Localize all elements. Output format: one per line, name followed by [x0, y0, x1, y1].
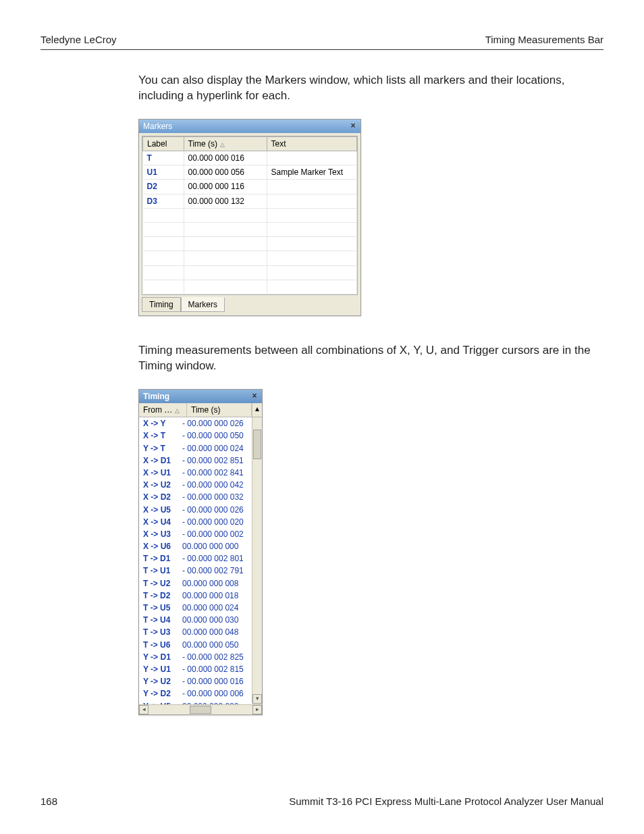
table-row[interactable]: D300.000 000 132 — [143, 194, 357, 208]
table-row-empty — [143, 237, 357, 251]
table-row-empty — [143, 265, 357, 280]
timing-from: Y -> D1 — [143, 652, 182, 662]
timing-time: - 00.000 002 841 — [182, 467, 248, 478]
markers-window: Markers × Label Time (s)△ Text T00.00 — [138, 119, 361, 316]
timing-time: - 00.000 000 042 — [182, 479, 248, 490]
table-cell-text — [267, 151, 357, 165]
markers-col-time-label: Time (s) — [188, 139, 218, 149]
table-row[interactable]: D200.000 000 116 — [143, 180, 357, 194]
scrollbar-thumb[interactable] — [253, 429, 261, 459]
list-item[interactable]: Y -> T- 00.000 000 024 — [139, 442, 252, 454]
header-left: Teledyne LeCroy — [41, 34, 117, 45]
timing-time: - 00.000 000 026 — [182, 504, 248, 515]
close-icon[interactable]: × — [250, 392, 259, 401]
table-cell-label: T — [143, 151, 184, 165]
timing-time: - 00.000 002 791 — [182, 565, 248, 576]
list-item[interactable]: Y -> U2- 00.000 000 016 — [139, 675, 252, 687]
list-item[interactable]: T -> U500.000 000 024 — [139, 602, 252, 614]
list-item[interactable]: T -> D200.000 000 018 — [139, 590, 252, 602]
list-item[interactable]: T -> U600.000 000 050 — [139, 639, 252, 651]
timing-time: 00.000 000 050 — [182, 640, 248, 650]
markers-col-label[interactable]: Label — [143, 136, 184, 151]
list-item[interactable]: Y -> D1- 00.000 002 825 — [139, 651, 252, 663]
timing-time: - 00.000 000 050 — [182, 430, 248, 441]
list-item[interactable]: X -> U600.000 000 000 — [139, 540, 252, 552]
list-item[interactable]: X -> D2- 00.000 000 032 — [139, 491, 252, 503]
table-cell-empty — [143, 251, 184, 265]
timing-time: 00.000 000 000 — [182, 541, 248, 552]
header-right: Timing Measurements Bar — [485, 34, 603, 45]
timing-from: X -> U5 — [143, 504, 182, 515]
timing-time: 00.000 000 048 — [182, 627, 248, 637]
table-row-empty — [143, 208, 357, 222]
table-cell-time: 00.000 000 016 — [184, 151, 267, 165]
table-row[interactable]: U100.000 000 056Sample Marker Text — [143, 165, 357, 180]
list-item[interactable]: T -> D1- 00.000 002 801 — [139, 552, 252, 565]
table-cell-label: D3 — [143, 194, 184, 208]
scroll-up-icon[interactable]: ▴ — [252, 403, 262, 417]
list-item[interactable]: X -> U4- 00.000 000 020 — [139, 516, 252, 528]
scroll-down-icon[interactable]: ▾ — [252, 694, 262, 704]
list-item[interactable]: T -> U1- 00.000 002 791 — [139, 565, 252, 577]
timing-from: X -> U6 — [143, 541, 182, 552]
markers-table-wrap: Label Time (s)△ Text T00.000 000 016U100… — [142, 136, 358, 295]
list-item[interactable]: Y -> D2- 00.000 000 006 — [139, 687, 252, 700]
markers-col-time[interactable]: Time (s)△ — [184, 136, 267, 151]
table-row-empty — [143, 280, 357, 294]
timing-from: Y -> D2 — [143, 688, 182, 699]
table-cell-empty — [267, 208, 357, 222]
markers-col-text[interactable]: Text — [267, 136, 357, 151]
hscroll-thumb[interactable] — [190, 706, 211, 714]
markers-titlebar[interactable]: Markers × — [139, 120, 360, 133]
scroll-left-icon[interactable]: ◂ — [139, 705, 149, 714]
close-icon[interactable]: × — [348, 122, 358, 131]
scroll-right-icon[interactable]: ▸ — [252, 705, 262, 714]
timing-time: - 00.000 002 825 — [182, 652, 248, 662]
table-cell-empty — [267, 237, 357, 251]
timing-time: - 00.000 000 002 — [182, 529, 248, 540]
timing-from: T -> D2 — [143, 590, 182, 601]
timing-from: Y -> U1 — [143, 664, 182, 675]
table-cell-empty — [267, 265, 357, 280]
timing-from: X -> U2 — [143, 479, 182, 490]
horizontal-scrollbar[interactable]: ◂ ▸ — [139, 704, 262, 714]
table-cell-time: 00.000 000 116 — [184, 180, 267, 194]
list-item[interactable]: X -> U3- 00.000 000 002 — [139, 528, 252, 540]
markers-table: Label Time (s)△ Text T00.000 000 016U100… — [142, 136, 357, 294]
tab-timing[interactable]: Timing — [142, 297, 181, 312]
list-item[interactable]: T -> U300.000 000 048 — [139, 626, 252, 638]
table-cell-label: U1 — [143, 165, 184, 180]
timing-time: - 00.000 000 020 — [182, 517, 248, 527]
list-item[interactable]: X -> U5- 00.000 000 026 — [139, 504, 252, 516]
list-item[interactable]: X -> D1- 00.000 002 851 — [139, 454, 252, 467]
tab-markers[interactable]: Markers — [181, 297, 225, 312]
table-cell-text — [267, 180, 357, 194]
timing-col-from-label: From … — [143, 405, 172, 415]
timing-window: Timing × From …△ Time (s) ▴ X -> Y- 00.0… — [138, 389, 263, 715]
timing-from: T -> U4 — [143, 615, 182, 625]
timing-from: X -> D2 — [143, 492, 182, 502]
timing-time: 00.000 000 024 — [182, 602, 248, 613]
list-item[interactable]: Y -> U1- 00.000 002 815 — [139, 663, 252, 675]
timing-from: T -> U6 — [143, 640, 182, 650]
list-item[interactable]: X -> T- 00.000 000 050 — [139, 429, 252, 442]
list-item[interactable]: X -> U2- 00.000 000 042 — [139, 479, 252, 491]
hscroll-track[interactable] — [150, 706, 251, 714]
list-item[interactable]: T -> U200.000 000 008 — [139, 577, 252, 590]
timing-from: T -> U5 — [143, 602, 182, 613]
timing-from: Y -> T — [143, 443, 182, 454]
timing-titlebar[interactable]: Timing × — [139, 390, 262, 403]
vertical-scrollbar[interactable]: ▾ — [252, 417, 262, 704]
list-item[interactable]: X -> U1- 00.000 002 841 — [139, 467, 252, 479]
table-cell-empty — [143, 265, 184, 280]
list-item[interactable]: X -> Y- 00.000 000 026 — [139, 417, 252, 429]
list-item[interactable]: T -> U400.000 000 030 — [139, 614, 252, 626]
sort-asc-icon: △ — [172, 407, 180, 414]
timing-from: X -> U1 — [143, 467, 182, 478]
table-cell-empty — [267, 280, 357, 294]
timing-col-from[interactable]: From …△ — [139, 403, 187, 417]
timing-col-time[interactable]: Time (s) — [187, 403, 252, 417]
table-cell-empty — [184, 251, 267, 265]
table-cell-empty — [143, 237, 184, 251]
table-row[interactable]: T00.000 000 016 — [143, 151, 357, 165]
